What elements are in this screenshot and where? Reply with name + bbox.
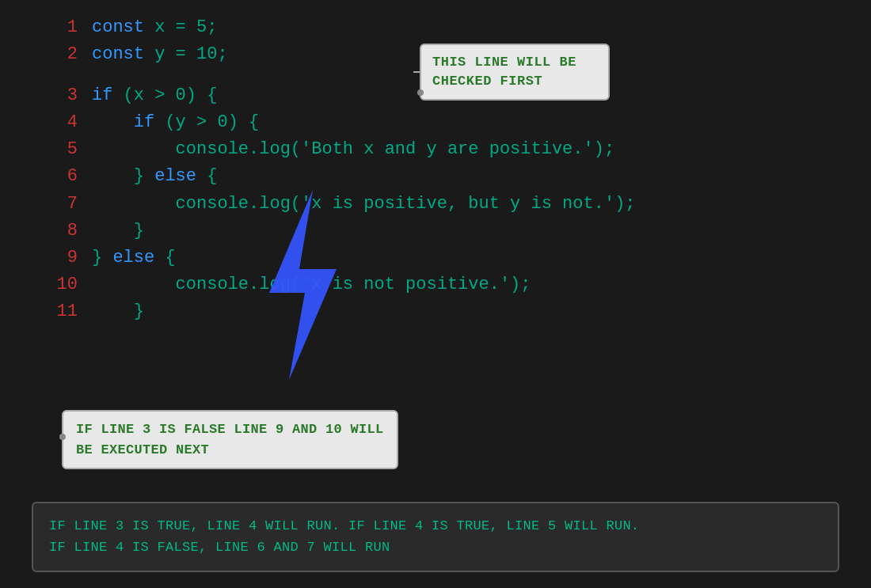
line-number-10: 10	[48, 271, 78, 298]
bottom-banner: IF LINE 3 IS TRUE, LINE 4 WILL RUN. IF L…	[32, 502, 839, 572]
tooltip-top-text: THIS LINE WILL BE CHECKED FIRST	[432, 55, 576, 89]
bottom-banner-text: IF LINE 3 IS TRUE, LINE 4 WILL RUN. IF L…	[49, 518, 640, 554]
code-content-6: } else {	[92, 163, 217, 190]
code-content-3: if (x > 0) {	[92, 82, 217, 109]
code-content-2: const y = 10;	[92, 41, 228, 68]
code-line-6: 6 } else {	[48, 163, 636, 190]
code-content-9: } else {	[92, 245, 176, 271]
line-number-1: 1	[48, 14, 78, 41]
code-line-1: 1 const x = 5;	[48, 14, 636, 41]
svg-marker-0	[269, 190, 337, 380]
tooltip-top: THIS LINE WILL BE CHECKED FIRST	[420, 44, 610, 101]
tooltip-bottom: IF LINE 3 IS FALSE LINE 9 AND 10 WILLBE …	[62, 410, 398, 469]
tooltip-bottom-text: IF LINE 3 IS FALSE LINE 9 AND 10 WILLBE …	[76, 422, 384, 457]
line-number-3: 3	[48, 82, 78, 109]
line-number-9: 9	[48, 245, 78, 271]
code-content-4: if (y > 0) {	[92, 109, 259, 136]
code-content-1: const x = 5;	[92, 14, 217, 41]
code-line-5: 5 console.log('Both x and y are positive…	[48, 136, 636, 163]
code-line-4: 4 if (y > 0) {	[48, 109, 636, 136]
code-content-8: }	[92, 218, 144, 245]
line-number-5: 5	[48, 136, 78, 163]
line-number-4: 4	[48, 109, 78, 136]
line-number-8: 8	[48, 218, 78, 245]
lightning-icon	[245, 190, 356, 380]
line-number-11: 11	[48, 298, 78, 325]
line-number-6: 6	[48, 163, 78, 190]
code-content-7: console.log('x is positive, but y is not…	[92, 191, 636, 218]
tooltip-top-dot	[417, 89, 424, 96]
code-content-5: console.log('Both x and y are positive.'…	[92, 136, 614, 163]
line-number-2: 2	[48, 41, 78, 68]
tooltip-bottom-dot	[59, 434, 66, 440]
line-number-7: 7	[48, 191, 78, 218]
code-content-11: }	[92, 298, 144, 325]
